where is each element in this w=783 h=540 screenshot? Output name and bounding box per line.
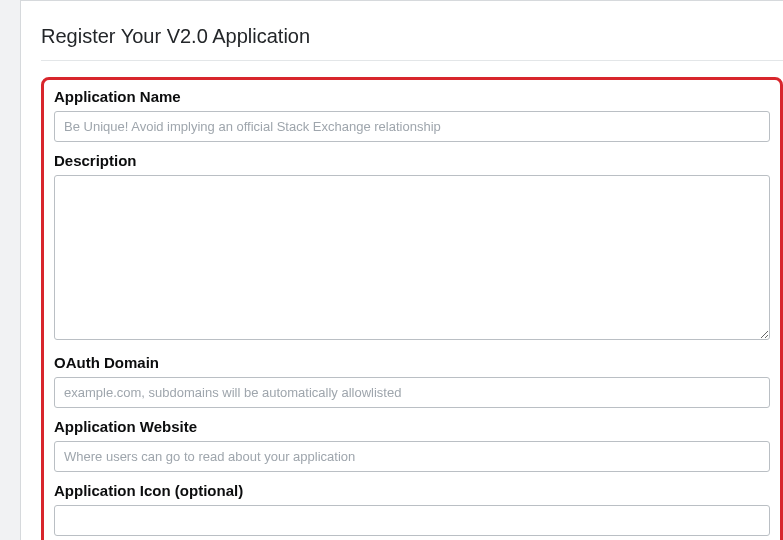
input-description[interactable]	[54, 175, 770, 340]
page-title: Register Your V2.0 Application	[41, 25, 783, 61]
field-application-website: Application Website	[54, 418, 770, 472]
page-container: Register Your V2.0 Application Applicati…	[20, 0, 783, 540]
input-application-website[interactable]	[54, 441, 770, 472]
label-application-website: Application Website	[54, 418, 770, 435]
input-application-name[interactable]	[54, 111, 770, 142]
field-application-icon: Application Icon (optional)	[54, 482, 770, 536]
label-application-icon: Application Icon (optional)	[54, 482, 770, 499]
input-application-icon[interactable]	[54, 505, 770, 536]
field-application-name: Application Name	[54, 88, 770, 142]
registration-form: Application Name Description OAuth Domai…	[41, 77, 783, 540]
label-description: Description	[54, 152, 770, 169]
label-oauth-domain: OAuth Domain	[54, 354, 770, 371]
input-oauth-domain[interactable]	[54, 377, 770, 408]
field-description: Description	[54, 152, 770, 344]
label-application-name: Application Name	[54, 88, 770, 105]
field-oauth-domain: OAuth Domain	[54, 354, 770, 408]
